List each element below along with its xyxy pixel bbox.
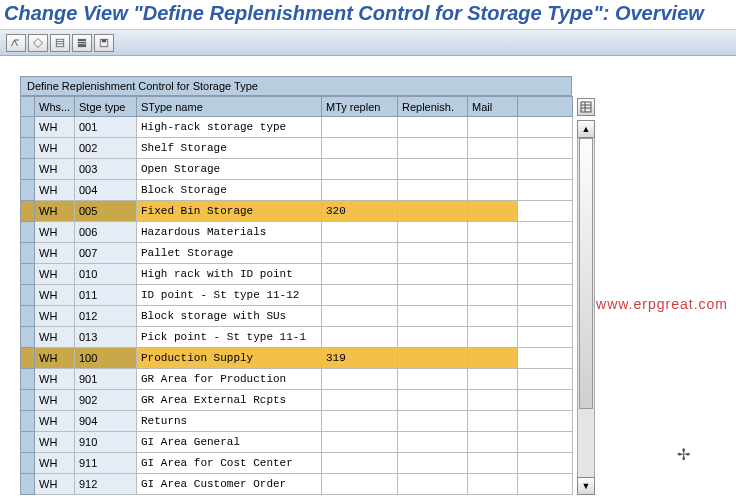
table-row[interactable]: WH001High-rack storage type <box>21 117 573 138</box>
cell-stge[interactable]: 013 <box>75 327 137 348</box>
cell-stge[interactable]: 100 <box>75 348 137 369</box>
cell-mail[interactable] <box>468 138 518 159</box>
row-selector[interactable] <box>21 201 35 222</box>
row-selector[interactable] <box>21 180 35 201</box>
cell-replen[interactable] <box>398 327 468 348</box>
cell-stge[interactable]: 010 <box>75 264 137 285</box>
cell-whs[interactable]: WH <box>35 327 75 348</box>
cell-replen[interactable] <box>398 201 468 222</box>
select-all-button[interactable] <box>50 34 70 52</box>
cell-mail[interactable] <box>468 264 518 285</box>
cell-mail[interactable] <box>468 348 518 369</box>
cell-mty[interactable] <box>322 411 398 432</box>
cell-replen[interactable] <box>398 390 468 411</box>
cell-stype[interactable]: High-rack storage type <box>137 117 322 138</box>
cell-stype[interactable]: Block storage with SUs <box>137 306 322 327</box>
cell-whs[interactable]: WH <box>35 117 75 138</box>
row-selector[interactable] <box>21 306 35 327</box>
cell-replen[interactable] <box>398 432 468 453</box>
cell-mty[interactable] <box>322 390 398 411</box>
cell-mail[interactable] <box>468 432 518 453</box>
cell-whs[interactable]: WH <box>35 222 75 243</box>
col-rowselect[interactable] <box>21 97 35 117</box>
cell-stype[interactable]: Production Supply <box>137 348 322 369</box>
cell-mty[interactable] <box>322 474 398 495</box>
cell-stge[interactable]: 011 <box>75 285 137 306</box>
cell-replen[interactable] <box>398 453 468 474</box>
table-row[interactable]: WH912GI Area Customer Order <box>21 474 573 495</box>
cell-stype[interactable]: ID point - St type 11-12 <box>137 285 322 306</box>
cell-whs[interactable]: WH <box>35 432 75 453</box>
col-stge[interactable]: Stge type <box>75 97 137 117</box>
row-selector[interactable] <box>21 474 35 495</box>
col-mail[interactable]: Mail <box>468 97 518 117</box>
cell-stype[interactable]: Fixed Bin Storage <box>137 201 322 222</box>
cell-replen[interactable] <box>398 222 468 243</box>
cell-stype[interactable]: GI Area for Cost Center <box>137 453 322 474</box>
table-row[interactable]: WH004Block Storage <box>21 180 573 201</box>
cell-stge[interactable]: 007 <box>75 243 137 264</box>
cell-replen[interactable] <box>398 285 468 306</box>
cell-replen[interactable] <box>398 264 468 285</box>
col-replen[interactable]: Replenish. <box>398 97 468 117</box>
table-row[interactable]: WH003Open Storage <box>21 159 573 180</box>
cell-stge[interactable]: 006 <box>75 222 137 243</box>
cell-mty[interactable] <box>322 138 398 159</box>
cell-mty[interactable] <box>322 222 398 243</box>
table-settings-button[interactable] <box>577 98 595 116</box>
scroll-track[interactable] <box>577 138 595 477</box>
cell-whs[interactable]: WH <box>35 369 75 390</box>
cell-mail[interactable] <box>468 180 518 201</box>
row-selector[interactable] <box>21 369 35 390</box>
cell-stype[interactable]: Open Storage <box>137 159 322 180</box>
scroll-up-button[interactable]: ▲ <box>577 120 595 138</box>
cell-mail[interactable] <box>468 243 518 264</box>
table-row[interactable]: WH911GI Area for Cost Center <box>21 453 573 474</box>
cell-whs[interactable]: WH <box>35 348 75 369</box>
cell-stype[interactable]: Pick point - St type 11-1 <box>137 327 322 348</box>
cell-replen[interactable] <box>398 159 468 180</box>
row-selector[interactable] <box>21 285 35 306</box>
row-selector[interactable] <box>21 411 35 432</box>
table-row[interactable]: WH002Shelf Storage <box>21 138 573 159</box>
row-selector[interactable] <box>21 117 35 138</box>
cell-stge[interactable]: 001 <box>75 117 137 138</box>
cell-mty[interactable] <box>322 453 398 474</box>
cell-mail[interactable] <box>468 117 518 138</box>
cell-mty[interactable]: 319 <box>322 348 398 369</box>
row-selector[interactable] <box>21 348 35 369</box>
table-row[interactable]: WH011ID point - St type 11-12 <box>21 285 573 306</box>
cell-mail[interactable] <box>468 474 518 495</box>
cell-mail[interactable] <box>468 159 518 180</box>
cell-stype[interactable]: High rack with ID point <box>137 264 322 285</box>
cell-stype[interactable]: Returns <box>137 411 322 432</box>
cell-whs[interactable]: WH <box>35 264 75 285</box>
cell-mty[interactable] <box>322 285 398 306</box>
row-selector[interactable] <box>21 159 35 180</box>
table-row[interactable]: WH910GI Area General <box>21 432 573 453</box>
cell-mail[interactable] <box>468 222 518 243</box>
cell-mail[interactable] <box>468 306 518 327</box>
table-row[interactable]: WH010High rack with ID point <box>21 264 573 285</box>
table-row[interactable]: WH901GR Area for Production <box>21 369 573 390</box>
cell-stge[interactable]: 901 <box>75 369 137 390</box>
table-row[interactable]: WH012Block storage with SUs <box>21 306 573 327</box>
cell-stge[interactable]: 004 <box>75 180 137 201</box>
cell-whs[interactable]: WH <box>35 285 75 306</box>
cell-stge[interactable]: 902 <box>75 390 137 411</box>
cell-mty[interactable] <box>322 369 398 390</box>
col-whs[interactable]: Whs... <box>35 97 75 117</box>
cell-stge[interactable]: 911 <box>75 453 137 474</box>
save-button[interactable] <box>94 34 114 52</box>
cell-mail[interactable] <box>468 453 518 474</box>
cell-whs[interactable]: WH <box>35 243 75 264</box>
cell-stge[interactable]: 003 <box>75 159 137 180</box>
cell-mty[interactable] <box>322 180 398 201</box>
cell-whs[interactable]: WH <box>35 306 75 327</box>
cell-mty[interactable] <box>322 432 398 453</box>
cell-stype[interactable]: Hazardous Materials <box>137 222 322 243</box>
cell-mty[interactable] <box>322 243 398 264</box>
cell-stge[interactable]: 002 <box>75 138 137 159</box>
col-mty[interactable]: MTy replen <box>322 97 398 117</box>
cell-stype[interactable]: Pallet Storage <box>137 243 322 264</box>
